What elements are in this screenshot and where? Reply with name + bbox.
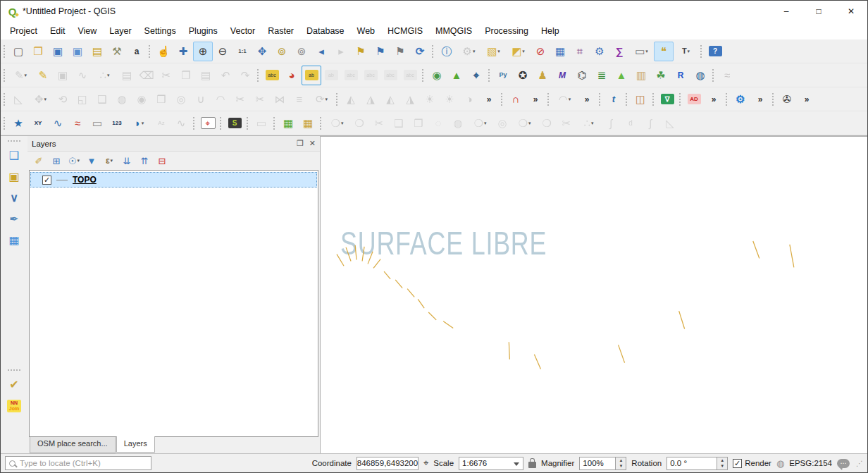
gears-overflow-button[interactable]: »: [750, 90, 770, 109]
select-features-dropdown-icon[interactable]: ▾: [497, 49, 500, 54]
menu-web[interactable]: Web: [351, 24, 381, 38]
locator-input[interactable]: Type to locate (Ctrl+K): [5, 456, 151, 470]
add-group-button[interactable]: ⊞: [48, 152, 65, 169]
menu-processing[interactable]: Processing: [478, 24, 535, 38]
layer-row-topo[interactable]: ✓ TOPO: [30, 172, 317, 188]
new-spatial-bookmark-button[interactable]: ⚑: [351, 42, 371, 61]
toolbar-drag-handle[interactable]: [725, 92, 728, 106]
text-annotation-button[interactable]: T▾: [674, 42, 698, 61]
render-checkbox[interactable]: ✓: [733, 459, 742, 468]
toolbar-drag-handle[interactable]: [219, 116, 223, 130]
toolbar-drag-handle[interactable]: [500, 92, 504, 106]
toolbar-drag-handle[interactable]: [488, 68, 491, 82]
save-project-as-button[interactable]: ▣: [68, 42, 87, 61]
xy-curve-tool-button[interactable]: XY: [28, 113, 48, 133]
new-shapefile-layer-button[interactable]: ∨: [4, 188, 25, 209]
show-spatial-bookmarks-button[interactable]: ⚑: [371, 42, 390, 61]
map-tips-button[interactable]: ❝: [654, 42, 674, 61]
check-geometries-button[interactable]: ✔: [4, 374, 25, 395]
open-layer-styling-button[interactable]: ✐: [30, 152, 47, 169]
help-contents-button[interactable]: ?: [705, 42, 725, 61]
deselect-all-button[interactable]: ⊘: [531, 42, 550, 61]
run-feature-action-dropdown-icon[interactable]: ▾: [473, 49, 476, 54]
toolbar-drag-handle[interactable]: [431, 44, 435, 59]
import-photos-button[interactable]: ✇: [777, 90, 797, 109]
menu-edit[interactable]: Edit: [44, 24, 72, 38]
manage-map-themes-dropdown-icon[interactable]: ▾: [78, 158, 80, 164]
new-project-button[interactable]: ▢: [8, 42, 28, 61]
render-checkbox-group[interactable]: ✓ Render: [733, 459, 771, 468]
settings-gears-button[interactable]: ⚙: [731, 90, 750, 109]
toolbar-drag-handle[interactable]: [771, 92, 775, 106]
save-project-button[interactable]: ▣: [48, 42, 68, 61]
photos-overflow-button[interactable]: »: [797, 90, 817, 109]
mouse-tracking-icon[interactable]: ⌖: [423, 457, 428, 469]
menu-view[interactable]: View: [71, 24, 103, 38]
enable-snapping-button[interactable]: ∩: [506, 90, 526, 109]
layer-tree[interactable]: ✓ TOPO: [29, 170, 318, 437]
filter-legend-button[interactable]: ▼: [83, 152, 100, 169]
favorites-star-button[interactable]: ★: [8, 113, 28, 133]
select-by-value-dropdown-icon[interactable]: ▾: [522, 49, 525, 54]
toolbar-drag-handle[interactable]: [678, 92, 682, 106]
zoom-last-button[interactable]: ◂: [311, 42, 331, 61]
toolbar-drag-handle[interactable]: [421, 68, 425, 82]
expand-all-button[interactable]: ⇊: [118, 152, 135, 169]
close-panel-icon[interactable]: ✕: [309, 139, 316, 148]
profile-shapes-button[interactable]: ◗▾: [127, 113, 151, 133]
menu-mmqgis[interactable]: MMQGIS: [429, 24, 478, 38]
rotate-point-symbols-dropdown-icon[interactable]: ▾: [326, 97, 328, 102]
vertex-tool-dropdown-icon[interactable]: ▾: [107, 73, 110, 78]
menu-plugins[interactable]: Plugins: [182, 24, 224, 38]
toolbar-drag-handle[interactable]: [273, 116, 276, 130]
menu-layer[interactable]: Layer: [103, 24, 137, 38]
toggle-editing-button[interactable]: ✎: [33, 66, 53, 85]
toolbar-drag-handle[interactable]: [547, 92, 550, 106]
style-manager-button[interactable]: a: [127, 42, 147, 61]
temporal-controller-button[interactable]: t: [604, 90, 624, 109]
mmqgis-button[interactable]: M: [552, 66, 572, 85]
enable-tracing-dropdown-icon[interactable]: ▾: [569, 97, 571, 102]
toolbar-drag-handle[interactable]: [3, 44, 6, 59]
triangle-plugin-button[interactable]: ▲: [447, 66, 466, 85]
toolbar-drag-handle[interactable]: [148, 44, 151, 59]
select-features-button[interactable]: ▧▾: [481, 42, 506, 61]
pan-to-selection-button[interactable]: ✚: [173, 42, 193, 61]
lock-scale-icon[interactable]: [528, 462, 536, 468]
menu-database[interactable]: Database: [300, 24, 351, 38]
terrain-plugin-button[interactable]: ▲: [612, 66, 631, 85]
qfield-sync-button[interactable]: ∇: [657, 90, 677, 109]
statistical-summary-button[interactable]: ∑: [609, 42, 629, 61]
processing-toolbox-button[interactable]: ⚙: [590, 42, 609, 61]
hexagon-plugin-button[interactable]: ⌬: [572, 66, 592, 85]
filter-by-expression-button[interactable]: ε▾: [101, 152, 118, 169]
compass-tool-button[interactable]: ⌖: [198, 113, 218, 133]
collapse-all-button[interactable]: ⇈: [136, 152, 153, 169]
quickmapservices-button[interactable]: ◉: [427, 66, 447, 85]
range-lines-tool-button[interactable]: ≈: [68, 113, 87, 133]
qgis2web-button[interactable]: ♟: [533, 66, 552, 85]
menu-raster[interactable]: Raster: [261, 24, 300, 38]
scale-combo[interactable]: 1:6676: [459, 457, 523, 470]
layer-labeling-options-button[interactable]: abc: [262, 66, 282, 85]
zoom-out-button[interactable]: ⊖: [213, 42, 232, 61]
close-button[interactable]: ✕: [835, 1, 867, 22]
profile-shapes-dropdown-icon[interactable]: ▾: [142, 121, 144, 126]
menu-vector[interactable]: Vector: [224, 24, 261, 38]
vertex-lock-dropdown-icon[interactable]: ▾: [591, 121, 594, 126]
osm-place-search-button[interactable]: ⌖: [466, 66, 486, 85]
measure-button[interactable]: ▭▾: [629, 42, 654, 61]
new-spatialite-layer-button[interactable]: ✒: [4, 209, 25, 230]
zoom-full-button[interactable]: ✥: [252, 42, 272, 61]
toolbar-drag-handle[interactable]: [700, 44, 703, 59]
highlight-pinned-labels-button[interactable]: ab: [302, 66, 321, 85]
identify-features-button[interactable]: ⓘ: [437, 42, 457, 61]
zoom-native-button[interactable]: 1:1: [232, 42, 252, 61]
open-project-button[interactable]: ❐: [28, 42, 48, 61]
rotation-value[interactable]: 0.0 °: [666, 457, 717, 470]
snapping-overflow-button[interactable]: »: [526, 90, 545, 109]
new-geopackage-layer-button[interactable]: ▣: [4, 166, 25, 188]
minimize-button[interactable]: –: [770, 1, 802, 22]
remove-layer-button[interactable]: ⊟: [154, 152, 170, 169]
toolbar-drag-handle[interactable]: [3, 92, 6, 106]
